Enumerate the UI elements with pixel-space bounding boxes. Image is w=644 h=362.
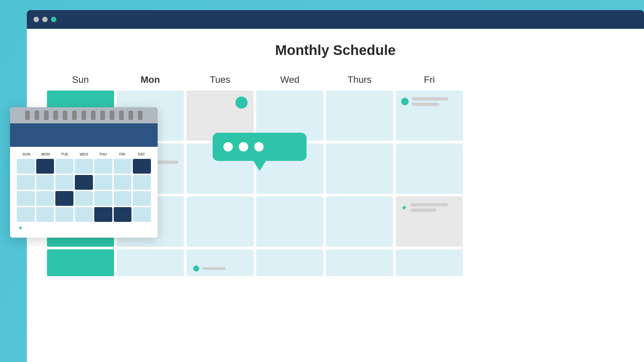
widget-cell	[75, 159, 93, 174]
col-header-mon: Mon	[117, 72, 184, 88]
widget-star-icon: ★	[18, 225, 23, 231]
widget-cell	[75, 175, 93, 190]
spiral-ring	[72, 111, 77, 120]
spiral-ring	[44, 111, 49, 120]
page-title: Monthly Schedule	[47, 42, 624, 58]
spiral-ring	[82, 111, 86, 120]
widget-cell	[114, 191, 132, 206]
spiral-ring	[35, 111, 39, 120]
spiral-ring	[25, 111, 30, 120]
widget-cell	[133, 175, 151, 190]
fri-event-lines-2	[411, 203, 458, 212]
widget-cell	[36, 207, 54, 222]
widget-cell	[94, 159, 112, 174]
cell-r3-tues	[186, 196, 254, 247]
col-header-wed: Wed	[256, 72, 323, 88]
browser-titlebar	[27, 10, 644, 29]
spiral-ring	[119, 111, 124, 120]
cell-r4-sun	[47, 249, 114, 276]
fri-star-icon: ★	[401, 203, 407, 212]
spiral-ring	[53, 111, 58, 120]
spiral-ring	[100, 111, 105, 120]
fri-dot-icon	[401, 98, 409, 105]
widget-cell	[36, 175, 54, 190]
cell-r4-wed	[256, 249, 323, 276]
widget-cell	[114, 207, 132, 222]
widget-cell	[94, 207, 112, 222]
widget-day-fri: FRI	[113, 152, 132, 156]
event-line-3	[411, 203, 448, 206]
window-minimize-button[interactable]	[42, 17, 48, 22]
widget-cell	[114, 175, 132, 190]
cell-r4-mon	[117, 249, 184, 276]
widget-cell	[17, 175, 35, 190]
cell-r4-fri	[396, 249, 463, 276]
widget-cell	[36, 159, 54, 174]
widget-day-sat: SAT	[132, 152, 151, 156]
widget-cell	[17, 207, 35, 222]
widget-cell	[133, 159, 151, 174]
widget-cell	[55, 159, 73, 174]
widget-cell	[133, 191, 151, 206]
widget-grid	[17, 159, 151, 222]
chat-dot-2	[239, 142, 248, 152]
widget-body: SUN MON TUE WED THU FRI SAT	[10, 147, 158, 238]
calendar-widget: SUN MON TUE WED THU FRI SAT	[10, 107, 158, 238]
widget-cell	[55, 175, 73, 190]
spiral-ring	[63, 111, 67, 120]
cell-r3-wed	[256, 196, 323, 247]
col-header-tues: Tues	[186, 72, 254, 88]
widget-cell	[94, 191, 112, 206]
calendar-header: Sun Mon Tues Wed Thurs Fri	[47, 72, 624, 88]
widget-cell	[94, 175, 112, 190]
widget-day-thu: THU	[94, 152, 113, 156]
event-line-1	[412, 97, 448, 101]
spiral-ring	[128, 111, 133, 120]
table-row	[47, 249, 624, 276]
event-dot-indicator	[235, 97, 248, 109]
widget-cell	[17, 191, 35, 206]
widget-days-header: SUN MON TUE WED THU FRI SAT	[17, 152, 151, 156]
widget-cell	[36, 191, 54, 206]
chat-bubble	[213, 133, 307, 161]
widget-spiral	[10, 107, 158, 123]
cell-r2-wed	[256, 143, 323, 194]
fri-event-lines	[412, 97, 458, 106]
spiral-ring	[91, 111, 96, 120]
cell-r1-thurs	[326, 90, 393, 141]
cell-r3-thurs	[326, 196, 393, 247]
event-line-4	[411, 208, 436, 212]
widget-day-wed: WED	[74, 152, 93, 156]
spiral-ring	[110, 111, 114, 120]
widget-cell	[55, 207, 73, 222]
widget-day-sun: SUN	[17, 152, 36, 156]
chat-dot-3	[254, 142, 264, 152]
widget-header	[10, 123, 158, 147]
spiral-ring	[138, 111, 143, 120]
col-header-fri: Fri	[396, 72, 463, 88]
widget-day-mon: MON	[36, 152, 55, 156]
widget-cell	[75, 207, 93, 222]
widget-day-tue: TUE	[55, 152, 74, 156]
small-dot	[193, 265, 199, 272]
cell-r3-fri: ★	[396, 196, 463, 247]
widget-cell	[133, 207, 151, 222]
cell-r2-fri	[396, 143, 463, 194]
chat-dot-1	[223, 142, 233, 152]
col-header-thurs: Thurs	[326, 72, 393, 88]
col-header-sun: Sun	[47, 72, 114, 88]
window-maximize-button[interactable]	[51, 17, 56, 22]
widget-cell	[55, 191, 73, 206]
widget-cell	[75, 191, 93, 206]
window-close-button[interactable]	[34, 17, 39, 22]
event-line-2	[412, 103, 439, 106]
widget-cell	[114, 159, 132, 174]
cell-r4-tues	[186, 249, 254, 276]
cell-r2-thurs	[326, 143, 393, 194]
cell-r1-fri	[396, 90, 463, 141]
small-line	[202, 267, 225, 270]
cell-r4-thurs	[326, 249, 393, 276]
widget-star-row: ★	[17, 225, 151, 231]
tues-bottom-event	[193, 265, 225, 272]
widget-cell	[17, 159, 35, 174]
